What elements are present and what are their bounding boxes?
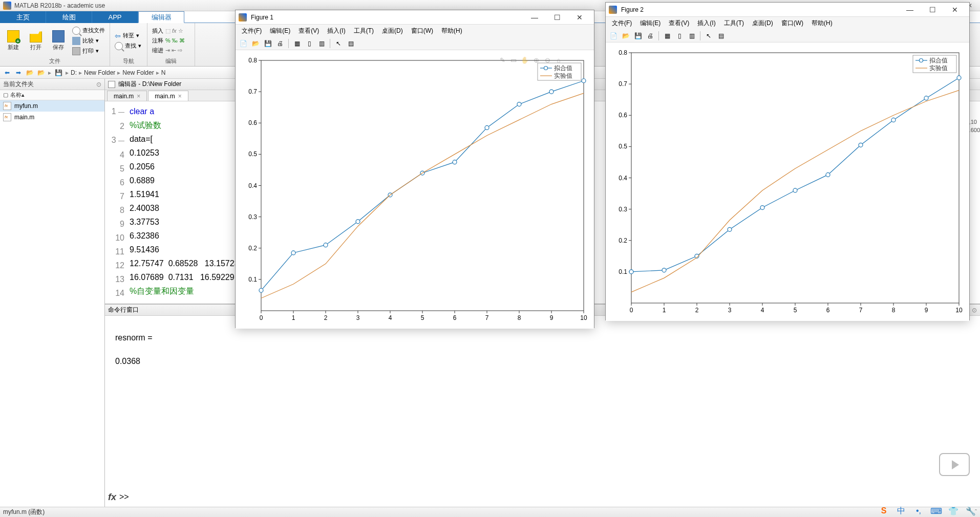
insert-button[interactable]: 插入 ⬚ fx ☆ xyxy=(151,27,191,35)
nav-up2-button[interactable]: 📂 xyxy=(36,68,46,77)
minimize-button[interactable]: — xyxy=(523,11,546,24)
close-icon[interactable]: × xyxy=(137,93,140,100)
zoomin-icon[interactable]: ⊕ xyxy=(531,55,541,64)
findfiles-button[interactable]: 查找文件 xyxy=(71,26,106,35)
maximize-button[interactable]: ☐ xyxy=(921,3,944,16)
figure-axes[interactable]: 0123456789100.10.20.30.40.50.60.70.8拟合值实… xyxy=(606,42,969,321)
svg-text:0.3: 0.3 xyxy=(619,206,627,213)
ime-keyboard-icon[interactable]: ⌨ xyxy=(931,506,941,516)
svg-text:0: 0 xyxy=(260,314,263,321)
fig-layout1-icon[interactable]: ▯ xyxy=(674,31,685,41)
fig-layout2-icon[interactable]: ▥ xyxy=(316,38,327,49)
figure-menu-item[interactable]: 窗口(W) xyxy=(407,25,437,37)
file-item[interactable]: main.m xyxy=(0,112,104,123)
figure-menu-item[interactable]: 插入(I) xyxy=(693,17,719,29)
find-button[interactable]: 查找 ▾ xyxy=(113,41,144,51)
fig-layout1-icon[interactable]: ▯ xyxy=(304,38,315,49)
close-icon[interactable]: × xyxy=(178,93,182,100)
figure-menu-item[interactable]: 查看(V) xyxy=(294,25,323,37)
figure-menu-item[interactable]: 编辑(E) xyxy=(636,17,665,29)
figure-menu-item[interactable]: 文件(F) xyxy=(608,17,636,29)
fig-open-icon[interactable]: 📂 xyxy=(250,38,261,49)
compare-button[interactable]: 比较 ▾ xyxy=(71,36,106,46)
indent-button[interactable]: 缩进 ⇥ ⇤ ⇨ xyxy=(151,46,191,55)
figure-title: Figure 1 xyxy=(251,14,273,21)
editor-tab[interactable]: main.m× xyxy=(107,91,147,101)
path-drive[interactable]: D: xyxy=(71,69,77,76)
new-file-icon xyxy=(7,30,19,42)
svg-text:0.4: 0.4 xyxy=(619,175,627,182)
svg-text:0.8: 0.8 xyxy=(619,49,627,56)
figure-menu-item[interactable]: 工具(T) xyxy=(720,17,748,29)
figure-menu-item[interactable]: 查看(V) xyxy=(665,17,693,29)
figure-menu-item[interactable]: 帮助(H) xyxy=(807,17,837,29)
ribbon-tab-home[interactable]: 主页 xyxy=(0,11,46,23)
figure-axes[interactable]: ✎ ▭ ✋ ⊕ ⊖ ⌂ 0123456789100.10.20.30.40.50… xyxy=(236,50,594,329)
ribbon-tab-plots[interactable]: 绘图 xyxy=(46,11,92,23)
close-button[interactable]: ✕ xyxy=(944,3,966,16)
fig-print-icon[interactable]: 🖨 xyxy=(274,38,286,49)
fig-print-icon[interactable]: 🖨 xyxy=(645,31,656,41)
fig-insert-icon[interactable]: ▤ xyxy=(715,31,727,41)
ime-punct-icon[interactable]: •, xyxy=(913,506,924,516)
fig-save-icon[interactable]: 💾 xyxy=(262,38,273,49)
close-button[interactable]: ✕ xyxy=(568,11,591,24)
maximize-button[interactable]: ☐ xyxy=(546,11,568,24)
figure-menu-item[interactable]: 工具(T) xyxy=(350,25,378,37)
figure-menu-item[interactable]: 窗口(W) xyxy=(777,17,807,29)
open-button[interactable]: 打开 xyxy=(26,25,46,56)
home-icon[interactable]: ⌂ xyxy=(554,55,563,64)
editor-tab[interactable]: main.m× xyxy=(148,91,188,101)
nav-fwd-button[interactable]: ➡ xyxy=(13,68,24,77)
svg-text:拟合值: 拟合值 xyxy=(929,57,948,64)
panel-dropdown-icon[interactable]: ⊙ xyxy=(96,81,101,88)
fig-insert-icon[interactable]: ▤ xyxy=(345,38,356,49)
figure-menu-item[interactable]: 桌面(D) xyxy=(378,25,407,37)
path-seg[interactable]: New Folder xyxy=(122,69,154,76)
figure-menu-item[interactable]: 编辑(E) xyxy=(266,25,294,37)
command-window[interactable]: resnorm = 0.0368 fx >> xyxy=(105,316,980,507)
goto-button[interactable]: ⇦转至 ▾ xyxy=(113,31,144,40)
figure-menu-item[interactable]: 帮助(H) xyxy=(437,25,466,37)
filelist-column-header[interactable]: ▢名称 ▴ xyxy=(0,90,104,100)
ime-tool-icon[interactable]: 🔧 xyxy=(966,506,976,516)
comment-button[interactable]: 注释 % ‰ ⌘ xyxy=(151,36,191,45)
print-button[interactable]: 打印 ▾ xyxy=(71,47,106,56)
fig-new-icon[interactable]: 📄 xyxy=(608,31,619,41)
fig-new-icon[interactable]: 📄 xyxy=(238,38,249,49)
fig-layout2-icon[interactable]: ▥ xyxy=(686,31,697,41)
ime-skin-icon[interactable]: 👕 xyxy=(948,506,958,516)
pan-icon[interactable]: ✋ xyxy=(520,55,529,64)
ime-sogou-icon[interactable]: S xyxy=(879,506,889,516)
nav-back-button[interactable]: ⬅ xyxy=(2,68,12,77)
new-button[interactable]: 新建 xyxy=(3,25,24,56)
nav-up-button[interactable]: 📂 xyxy=(25,68,35,77)
save-button[interactable]: 保存 xyxy=(48,25,69,56)
path-seg[interactable]: New Folder xyxy=(84,69,115,76)
fig-save-icon[interactable]: 💾 xyxy=(632,31,644,41)
fig-datacursor-icon[interactable]: ▦ xyxy=(291,38,303,49)
figure-menu-item[interactable]: 插入(I) xyxy=(323,25,349,37)
zoomout-icon[interactable]: ⊖ xyxy=(543,55,552,64)
play-overlay-icon[interactable] xyxy=(939,453,970,476)
ime-lang-icon[interactable]: 中 xyxy=(896,506,906,516)
svg-point-95 xyxy=(629,270,633,274)
fig-datacursor-icon[interactable]: ▦ xyxy=(662,31,673,41)
svg-text:8: 8 xyxy=(518,314,521,321)
panel-dropdown-icon[interactable]: ⊙ xyxy=(972,307,977,314)
figure-menu-item[interactable]: 桌面(D) xyxy=(748,17,777,29)
fig-pointer-icon[interactable]: ↖ xyxy=(333,38,344,49)
ribbon-tab-apps[interactable]: APP xyxy=(92,11,138,23)
figure-titlebar[interactable]: Figure 1 — ☐ ✕ xyxy=(236,10,594,25)
path-seg[interactable]: N xyxy=(161,69,166,76)
figure-titlebar[interactable]: Figure 2 — ☐ ✕ xyxy=(606,3,969,17)
datatip-icon[interactable]: ▭ xyxy=(509,55,518,64)
minimize-button[interactable]: — xyxy=(899,3,921,16)
file-item[interactable]: myfun.m xyxy=(0,100,104,112)
ribbon-tab-editor[interactable]: 编辑器 xyxy=(138,11,184,23)
fig-pointer-icon[interactable]: ↖ xyxy=(703,31,714,41)
brush-icon[interactable]: ✎ xyxy=(498,55,507,64)
command-prompt[interactable]: fx >> xyxy=(108,490,129,504)
figure-menu-item[interactable]: 文件(F) xyxy=(238,25,266,37)
fig-open-icon[interactable]: 📂 xyxy=(620,31,631,41)
